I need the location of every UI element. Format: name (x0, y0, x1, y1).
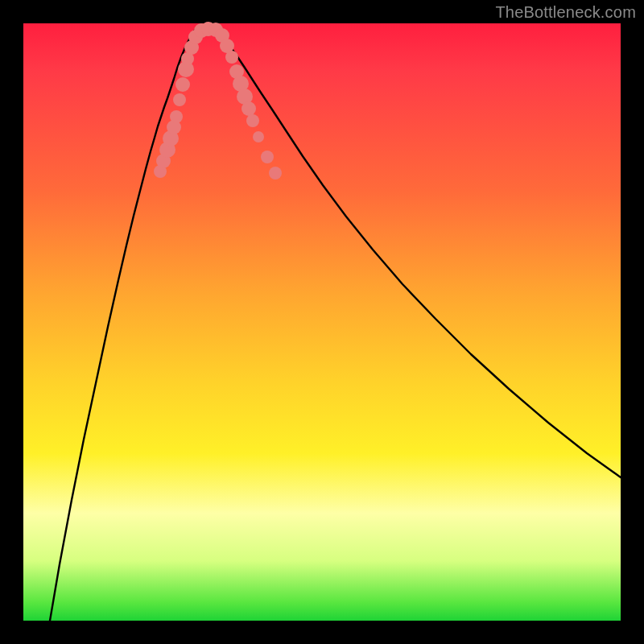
data-dot (225, 51, 238, 64)
data-dot (253, 131, 264, 142)
data-dot (246, 114, 259, 127)
dots-layer (154, 22, 282, 180)
outer-frame: TheBottleneck.com (0, 0, 644, 644)
data-dot (242, 101, 256, 116)
curve-path (50, 29, 621, 621)
data-dot (170, 110, 183, 123)
chart-plot-area (23, 23, 621, 621)
chart-svg (23, 23, 621, 621)
watermark-text: TheBottleneck.com (495, 3, 636, 22)
data-dot (261, 151, 274, 163)
data-dot (173, 93, 186, 106)
data-dot (175, 77, 190, 92)
data-dot (269, 167, 282, 180)
